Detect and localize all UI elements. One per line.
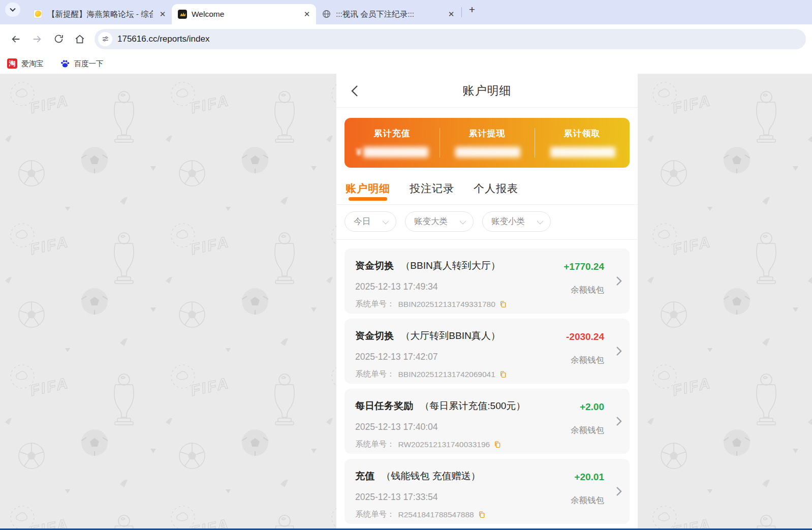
transaction-row[interactable]: 每日任务奖励 （每日累计充值:500元） 2025-12-13 17:40:04… bbox=[345, 389, 630, 454]
reload-button[interactable] bbox=[49, 29, 68, 49]
browser-tab-strip: 【新提醒】海燕策略论坛 - 综合 ✕ Welcome ✕ bbox=[0, 0, 812, 24]
transaction-order-row: 系统单号： RW202512131740033196 bbox=[355, 439, 620, 450]
browser-toolbar: 175616.cc/reports/index bbox=[0, 24, 812, 53]
report-tab[interactable]: 个人报表 bbox=[474, 181, 518, 204]
home-button[interactable] bbox=[70, 29, 89, 49]
forward-arrow-icon bbox=[32, 34, 43, 45]
summary-stat: 累计提现 bbox=[440, 128, 535, 158]
copy-icon[interactable] bbox=[478, 511, 486, 519]
wallet-label: 余额钱包 bbox=[564, 285, 604, 296]
reload-icon bbox=[53, 34, 64, 44]
summary-stat-label: 累计提现 bbox=[440, 128, 535, 139]
report-tab[interactable]: 账户明细 bbox=[346, 181, 390, 204]
site-settings-chip[interactable] bbox=[98, 32, 112, 46]
back-arrow-icon bbox=[10, 34, 21, 45]
bookmark-icon bbox=[60, 58, 70, 69]
currency-prefix: ¥ bbox=[356, 146, 361, 158]
order-number: RW202512131740033196 bbox=[398, 440, 490, 449]
transaction-amount: +1770.24 bbox=[564, 261, 604, 272]
page-header: 账户明细 bbox=[336, 74, 638, 108]
masked-value bbox=[363, 147, 428, 158]
globe-favicon bbox=[322, 10, 331, 18]
filter-row: 今日 账变大类 账变小类 bbox=[336, 205, 638, 240]
chevron-right-icon[interactable] bbox=[615, 415, 622, 427]
filter-label: 账变大类 bbox=[414, 216, 448, 227]
tab-favicon bbox=[178, 10, 187, 19]
filter-dropdown[interactable]: 账变小类 bbox=[482, 211, 551, 232]
report-tab[interactable]: 投注记录 bbox=[410, 181, 454, 204]
transaction-order-row: 系统单号： BBIN202512131742069041 bbox=[355, 369, 620, 380]
tab-favicon bbox=[34, 10, 43, 19]
filter-dropdown[interactable]: 账变大类 bbox=[405, 211, 474, 232]
chevron-down-icon bbox=[460, 217, 466, 224]
summary-stat: 累计领取 bbox=[535, 128, 630, 158]
transaction-order-row: 系统单号： BBIN202512131749331780 bbox=[355, 299, 620, 309]
chevron-right-icon[interactable] bbox=[615, 345, 622, 357]
tab-title: 【新提醒】海燕策略论坛 - 综合 bbox=[47, 9, 153, 20]
bookmark-item[interactable]: 淘 爱淘宝 bbox=[7, 58, 44, 69]
browser-tab[interactable]: 【新提醒】海燕策略论坛 - 综合 ✕ bbox=[27, 4, 172, 24]
copy-icon[interactable] bbox=[499, 370, 507, 379]
transaction-type: 充值 bbox=[355, 471, 374, 481]
transaction-subtitle: （BBIN真人转到大厅） bbox=[400, 260, 500, 271]
account-detail-panel: 账户明细 累计充值 ¥ 累计提现 bbox=[336, 74, 638, 530]
forward-button[interactable] bbox=[27, 29, 47, 49]
summary-card: 累计充值 ¥ 累计提现 累计领取 bbox=[345, 118, 630, 168]
order-number: BBIN202512131749331780 bbox=[398, 300, 495, 309]
summary-separator bbox=[440, 128, 440, 158]
transaction-amount: +20.01 bbox=[571, 472, 604, 483]
taobao-icon: 淘 bbox=[7, 58, 17, 69]
browser-tab[interactable]: :::视讯 会员下注纪录::: ✕ bbox=[316, 4, 460, 24]
tab-title: :::视讯 会员下注纪录::: bbox=[336, 9, 442, 20]
page-title: 账户明细 bbox=[463, 83, 512, 99]
transaction-right-block: +20.01 余额钱包 bbox=[571, 472, 604, 506]
bookmark-label: 爱淘宝 bbox=[21, 59, 44, 69]
tab-search-button[interactable] bbox=[5, 3, 20, 17]
order-label: 系统单号： bbox=[355, 509, 395, 520]
url-text: 175616.cc/reports/index bbox=[117, 34, 209, 44]
order-label: 系统单号： bbox=[355, 369, 395, 380]
tune-icon bbox=[102, 35, 109, 43]
tab-title: Welcome bbox=[192, 10, 297, 19]
page-back-button[interactable] bbox=[348, 84, 362, 98]
summary-separator bbox=[535, 128, 535, 158]
filter-dropdown[interactable]: 今日 bbox=[345, 211, 396, 232]
back-button[interactable] bbox=[6, 29, 25, 49]
chevron-right-icon[interactable] bbox=[615, 275, 622, 287]
chevron-right-icon[interactable] bbox=[615, 485, 622, 497]
tab-close-button[interactable]: ✕ bbox=[302, 9, 312, 19]
summary-stat: 累计充值 ¥ bbox=[345, 128, 440, 158]
home-icon bbox=[74, 34, 85, 45]
filter-label: 账变小类 bbox=[491, 216, 525, 227]
transaction-amount: +2.00 bbox=[571, 401, 604, 413]
browser-tab[interactable]: Welcome ✕ bbox=[172, 4, 316, 24]
transaction-list: 资金切换 （BBIN真人转到大厅） 2025-12-13 17:49:34 系统… bbox=[336, 240, 638, 524]
report-tabs: 账户明细 投注记录 个人报表 bbox=[336, 181, 638, 205]
masked-value bbox=[550, 147, 615, 158]
chevron-down-icon bbox=[383, 217, 389, 224]
wallet-label: 余额钱包 bbox=[566, 355, 604, 366]
summary-stat-label: 累计领取 bbox=[535, 128, 630, 139]
forum-favicon bbox=[34, 10, 42, 18]
report-tab-label: 投注记录 bbox=[410, 182, 454, 194]
bookmarks-bar: 淘 爱淘宝 百度一下 bbox=[0, 53, 812, 74]
wallet-label: 余额钱包 bbox=[571, 425, 604, 436]
summary-stat-label: 累计充值 bbox=[345, 128, 440, 139]
copy-icon[interactable] bbox=[493, 441, 502, 449]
tab-close-button[interactable]: ✕ bbox=[158, 9, 168, 19]
bookmark-item[interactable]: 百度一下 bbox=[60, 58, 104, 69]
transaction-type: 资金切换 bbox=[355, 260, 394, 271]
copy-icon[interactable] bbox=[499, 300, 507, 308]
transaction-row[interactable]: 资金切换 （大厅转到BBIN真人） 2025-12-13 17:42:07 系统… bbox=[345, 319, 630, 384]
summary-stat-value bbox=[535, 146, 630, 158]
new-tab-button[interactable]: + bbox=[465, 3, 479, 17]
address-bar[interactable]: 175616.cc/reports/index bbox=[95, 29, 806, 49]
tab-favicon bbox=[322, 10, 331, 19]
transaction-subtitle: （钱能钱包 充值赠送） bbox=[381, 471, 480, 481]
order-number: BBIN202512131742069041 bbox=[398, 370, 495, 379]
chevron-left-icon bbox=[349, 84, 360, 98]
gold-crest-favicon bbox=[178, 10, 187, 19]
transaction-row[interactable]: 充值 （钱能钱包 充值赠送） 2025-12-13 17:33:54 系统单号：… bbox=[345, 459, 630, 524]
transaction-row[interactable]: 资金切换 （BBIN真人转到大厅） 2025-12-13 17:49:34 系统… bbox=[345, 248, 630, 314]
tab-close-button[interactable]: ✕ bbox=[446, 9, 456, 19]
